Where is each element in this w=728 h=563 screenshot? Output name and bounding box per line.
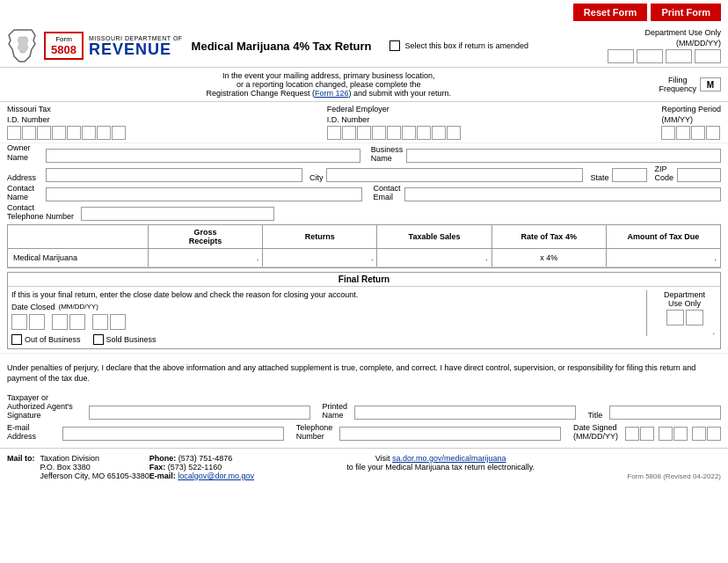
address-line4: ) and submit with your return.: [349, 89, 452, 98]
mail-address-area: Mail to: Taxation Division P.O. Box 3380…: [7, 454, 149, 480]
id-numbers-row: Missouri Tax I.D. Number Federal Employe…: [0, 102, 728, 143]
telephone-row: Contact Telephone Number: [0, 203, 728, 221]
final-dept-box2[interactable]: [686, 310, 703, 325]
address-line1: In the event your mailing address, prima…: [222, 71, 435, 80]
ds-seg-6[interactable]: [707, 427, 721, 441]
dc-seg-2[interactable]: [29, 314, 45, 330]
th-rate-of-tax: Rate of Tax 4%: [492, 225, 607, 248]
dc-seg-5[interactable]: [92, 314, 108, 330]
ds-seg-4[interactable]: [673, 427, 688, 441]
email-link[interactable]: localgov@dor.mo.gov: [178, 472, 254, 480]
mo-seg-6[interactable]: [82, 126, 96, 140]
td-amount-due[interactable]: .: [607, 249, 720, 267]
mail-contact-info: Phone: (573) 751-4876 Fax: (573) 522-116…: [149, 454, 254, 480]
contact-name-row: Contact Name Contact Email: [0, 184, 728, 201]
mo-seg-1[interactable]: [7, 126, 21, 140]
amended-checkbox[interactable]: [389, 40, 400, 51]
print-button[interactable]: Print Form: [651, 4, 721, 21]
mo-seg-3[interactable]: [37, 126, 51, 140]
rp-seg-2[interactable]: [676, 126, 690, 140]
dc-seg-1[interactable]: [11, 314, 27, 330]
fed-seg-4[interactable]: [372, 126, 386, 140]
dept-use-box2[interactable]: [637, 49, 663, 63]
fed-employer-input[interactable]: [327, 126, 461, 140]
signature-input[interactable]: [89, 406, 310, 420]
form-number-box: Form 5808: [44, 32, 84, 60]
mo-tax-id-input[interactable]: [7, 126, 126, 140]
td-gross-receipts[interactable]: .: [149, 249, 263, 267]
mo-seg-8[interactable]: [112, 126, 126, 140]
dept-use-fields: [608, 49, 721, 63]
rp-seg-4[interactable]: [706, 126, 720, 140]
printed-name-input[interactable]: [354, 406, 576, 420]
table-header-row: GrossReceipts Returns Taxable Sales Rate…: [8, 225, 720, 249]
ds-seg-3[interactable]: [659, 427, 673, 441]
fed-seg-5[interactable]: [387, 126, 401, 140]
telephone-input[interactable]: [339, 427, 561, 441]
out-of-business-checkbox[interactable]: [11, 334, 22, 345]
form126-link[interactable]: Form 126: [315, 89, 349, 98]
dc-seg-6[interactable]: [110, 314, 126, 330]
contact-email-input[interactable]: [404, 187, 721, 201]
sold-business-checkbox-label[interactable]: Sold Business: [93, 334, 157, 345]
email-input[interactable]: [62, 427, 284, 441]
fed-seg-6[interactable]: [402, 126, 416, 140]
telephone-label: Telephone Number: [296, 423, 333, 441]
mail-to-label: Mail to:: [7, 454, 35, 480]
business-name-input[interactable]: [406, 149, 721, 163]
mo-seg-2[interactable]: [22, 126, 36, 140]
dept-use-box3[interactable]: [666, 49, 692, 63]
final-dept-boxes: [666, 310, 703, 325]
owner-name-input[interactable]: [46, 149, 360, 163]
mo-seg-5[interactable]: [67, 126, 81, 140]
title-input[interactable]: [609, 406, 721, 420]
fed-seg-3[interactable]: [357, 126, 371, 140]
ds-seg-1[interactable]: [625, 427, 639, 441]
fed-seg-1[interactable]: [327, 126, 341, 140]
ds-seg-2[interactable]: [640, 427, 654, 441]
visit-area: Visit sa.dor.mo.gov/medicalmarijuana to …: [254, 454, 627, 472]
date-signed-input[interactable]: [625, 427, 721, 441]
title-label: Title: [588, 411, 603, 420]
dept-use-sub: (MM/DD/YY): [676, 39, 721, 48]
address-input[interactable]: [46, 168, 302, 182]
mo-seg-4[interactable]: [52, 126, 66, 140]
fed-seg-2[interactable]: [342, 126, 356, 140]
state-input[interactable]: [612, 168, 647, 182]
rp-seg-3[interactable]: [691, 126, 705, 140]
final-dept-box1[interactable]: [666, 310, 684, 325]
sold-business-checkbox[interactable]: [93, 334, 104, 345]
td-taxable-sales[interactable]: .: [377, 249, 491, 267]
mo-seg-7[interactable]: [97, 126, 111, 140]
contact-name-input[interactable]: [46, 187, 362, 201]
mo-revenue-logo: MISSOURI DEPARTMENT OF REVENUE: [89, 35, 183, 57]
final-return-description: If this is your final return, enter the …: [11, 290, 639, 299]
date-closed-input[interactable]: [11, 314, 639, 330]
city-input[interactable]: [326, 168, 583, 182]
reset-button[interactable]: Reset Form: [573, 4, 648, 21]
th-gross-receipts: GrossReceipts: [149, 225, 263, 248]
fed-seg-8[interactable]: [432, 126, 446, 140]
zip-input[interactable]: [677, 168, 721, 182]
dc-seg-3[interactable]: [52, 314, 68, 330]
td-rate: x 4%: [492, 249, 607, 267]
contact-email-label: Contact Email: [373, 184, 400, 201]
th-taxable-sales: Taxable Sales: [377, 225, 491, 248]
date-closed-group: Date Closed (MM/DD/YY) Out of: [11, 303, 639, 345]
td-marijuana-label: Medical Marijuana: [8, 249, 149, 267]
out-of-business-checkbox-label[interactable]: Out of Business: [11, 334, 81, 345]
fed-seg-9[interactable]: [447, 126, 461, 140]
dc-seg-4[interactable]: [69, 314, 85, 330]
ds-seg-5[interactable]: [692, 427, 706, 441]
visit-link[interactable]: sa.dor.mo.gov/medicalmarijuana: [392, 454, 506, 463]
dept-use-box1[interactable]: [608, 49, 634, 63]
frequency-value: M: [707, 80, 714, 90]
reporting-period-input[interactable]: [661, 126, 720, 140]
rp-seg-1[interactable]: [661, 126, 675, 140]
visit-text: Visit: [375, 454, 392, 463]
td-returns[interactable]: .: [263, 249, 377, 267]
dept-use-box4[interactable]: [695, 49, 721, 63]
mail-address-line3: Jefferson City, MO 65105-3380: [40, 472, 149, 480]
telephone-input[interactable]: [81, 207, 274, 221]
fed-seg-7[interactable]: [417, 126, 431, 140]
